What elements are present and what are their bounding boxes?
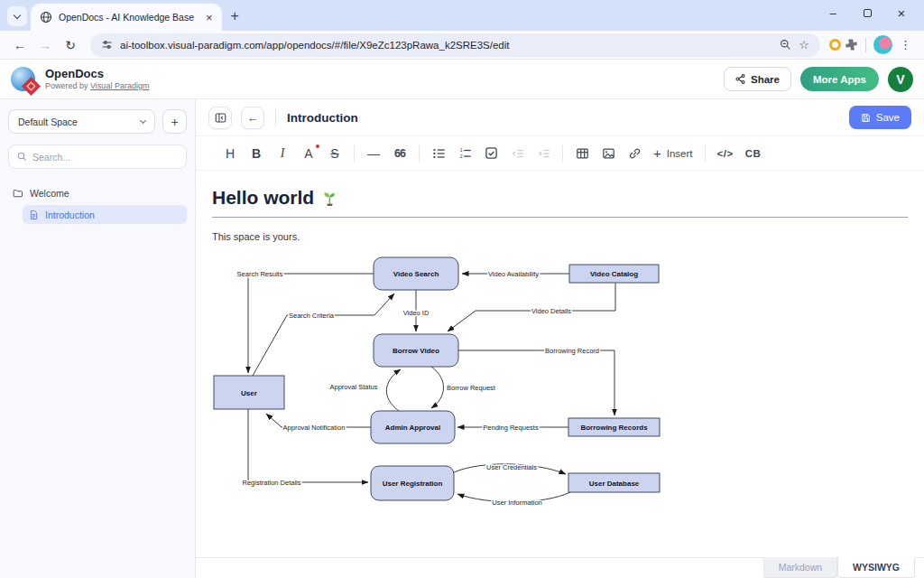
document-heading[interactable]: Hello world <box>212 187 908 218</box>
new-tab-button[interactable]: + <box>231 8 239 24</box>
close-button[interactable]: × <box>884 0 919 25</box>
edge-borrowing-record <box>458 350 614 415</box>
document-tree: Welcome Introduction <box>8 184 187 224</box>
panel-toggle-icon <box>215 112 226 124</box>
dfd-diagram[interactable]: Video SearchVideo CatalogBorrow VideoUse… <box>212 252 663 512</box>
sidebar: Default Space + Welcome <box>0 99 196 578</box>
sidebar-item-welcome[interactable]: Welcome <box>8 184 187 202</box>
browser-toolbar: ← → ↻ ai-toolbox.visual-paradigm.com/app… <box>0 31 924 60</box>
document-paragraph[interactable]: This space is yours. <box>212 231 908 242</box>
image-button[interactable] <box>601 144 615 163</box>
blockquote-button[interactable]: 66 <box>393 144 407 163</box>
link-button[interactable] <box>627 144 642 163</box>
tab-strip: OpenDocs - AI Knowledge Base × + – × <box>0 0 924 31</box>
search-input[interactable] <box>32 152 178 163</box>
tab-close-icon[interactable]: × <box>206 12 213 23</box>
site-settings-icon[interactable] <box>101 39 113 51</box>
svg-text:User: User <box>241 389 257 397</box>
sidebar-search[interactable] <box>8 144 187 169</box>
globe-favicon-icon <box>40 11 52 23</box>
strikethrough-button[interactable]: S <box>328 144 342 163</box>
editor-statusbar: Markdown WYSIWYG <box>196 557 924 578</box>
browser-menu-icon[interactable]: ⋮ <box>896 38 915 51</box>
toggle-sidebar-button[interactable] <box>208 107 232 129</box>
svg-text:User Database: User Database <box>589 480 640 488</box>
indent-button[interactable] <box>536 144 550 163</box>
user-avatar[interactable]: V <box>888 67 913 92</box>
formatting-toolbar: H B I A S — 66 1 <box>196 136 924 171</box>
browser-profile-avatar[interactable] <box>873 35 892 54</box>
node-user-registration: User Registration <box>371 466 454 500</box>
text-color-button[interactable]: A <box>301 144 316 163</box>
reload-icon[interactable]: ↻ <box>60 34 81 56</box>
italic-button[interactable]: I <box>275 144 290 163</box>
plus-icon: + <box>653 145 661 161</box>
checkbox-icon <box>485 146 498 160</box>
bookmark-star-icon[interactable]: ☆ <box>799 38 809 51</box>
tab-markdown[interactable]: Markdown <box>763 557 837 578</box>
tab-search-button[interactable] <box>7 6 27 26</box>
browser-tab[interactable]: OpenDocs - AI Knowledge Base × <box>31 4 222 31</box>
extension-orange-icon[interactable] <box>829 39 841 51</box>
svg-text:2: 2 <box>459 154 462 159</box>
numbered-list-icon: 1 2 <box>458 147 472 160</box>
node-borrowing-records: Borrowing Records <box>568 418 660 436</box>
visual-paradigm-link[interactable]: Visual Paradigm <box>90 81 149 90</box>
editor-pane: ← Introduction Save H B I A S — 66 <box>196 99 924 578</box>
bullet-list-icon <box>432 147 446 160</box>
horizontal-rule-button[interactable]: — <box>366 144 381 163</box>
inline-code-button[interactable]: </> <box>717 144 734 163</box>
svg-text:Borrowing Records: Borrowing Records <box>580 424 648 432</box>
edge-search-results <box>248 274 374 373</box>
save-icon <box>861 113 871 123</box>
document-content[interactable]: Hello world This space is yours. <box>196 171 924 557</box>
indent-icon <box>537 147 550 160</box>
url-text[interactable]: ai-toolbox.visual-paradigm.com/app/opend… <box>120 40 772 51</box>
window-controls: – × <box>816 0 919 25</box>
share-icon <box>735 74 745 84</box>
sidebar-item-introduction[interactable]: Introduction <box>23 205 187 224</box>
extensions-puzzle-icon[interactable] <box>845 38 858 51</box>
node-borrow-video: Borrow Video <box>374 334 458 367</box>
space-selector[interactable]: Default Space <box>8 109 155 134</box>
back-button[interactable]: ← <box>241 107 264 129</box>
table-button[interactable] <box>575 144 589 163</box>
app-name: OpenDocs <box>45 68 149 81</box>
code-block-button[interactable]: CB <box>745 144 762 163</box>
maximize-icon <box>864 9 872 17</box>
edge-label-user-information: User Information <box>492 499 541 507</box>
numbered-list-button[interactable]: 1 2 <box>457 144 472 163</box>
insert-button[interactable]: + Insert <box>653 144 693 163</box>
bullet-list-button[interactable] <box>431 144 446 163</box>
back-icon[interactable]: ← <box>9 34 31 56</box>
zoom-out-icon[interactable] <box>780 39 791 51</box>
save-button[interactable]: Save <box>849 106 911 129</box>
tab-title: OpenDocs - AI Knowledge Base <box>59 12 194 23</box>
node-user-database: User Database <box>568 473 660 492</box>
bold-button[interactable]: B <box>249 144 263 163</box>
heading-button[interactable]: H <box>223 144 237 163</box>
document-icon <box>29 210 39 220</box>
task-list-button[interactable] <box>484 144 498 163</box>
edge-label-approval-notification: Approval Notification <box>283 424 346 432</box>
more-apps-button[interactable]: More Apps <box>800 67 879 91</box>
svg-text:Admin Approval: Admin Approval <box>385 424 440 432</box>
search-icon <box>17 152 27 162</box>
outdent-button[interactable] <box>510 144 524 163</box>
svg-text:Video Search: Video Search <box>393 270 439 278</box>
share-button[interactable]: Share <box>724 67 791 91</box>
svg-text:User Registration: User Registration <box>383 480 443 488</box>
powered-by-text: Powered by Visual Paradigm <box>45 81 149 90</box>
address-bar[interactable]: ai-toolbox.visual-paradigm.com/app/opend… <box>90 33 820 57</box>
maximize-button[interactable] <box>850 0 884 25</box>
edge-label-borrow-request: Borrow Request <box>447 384 496 392</box>
minimize-button[interactable]: – <box>816 0 850 25</box>
page-title: Introduction <box>287 111 358 125</box>
edge-label-borrowing-record: Borrowing Record <box>545 347 599 355</box>
edge-label-pending-requests: Pending Requests <box>483 424 539 432</box>
header-divider <box>275 108 276 126</box>
tab-wysiwyg[interactable]: WYSIWYG <box>837 557 915 578</box>
forward-icon[interactable]: → <box>34 34 56 56</box>
svg-text:1: 1 <box>459 147 462 153</box>
add-space-button[interactable]: + <box>162 109 187 134</box>
